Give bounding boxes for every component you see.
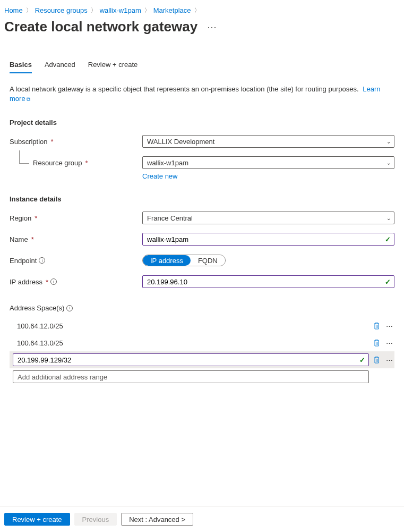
chevron-right-icon: 〉 [194, 6, 200, 14]
chevron-down-icon: ⌄ [386, 160, 391, 166]
endpoint-fqdn-option[interactable]: FQDN [191, 255, 225, 266]
endpoint-ip-option[interactable]: IP address [143, 255, 191, 266]
endpoint-toggle: IP address FQDN [142, 255, 226, 266]
ip-address-label: IP address* i [10, 278, 142, 286]
address-space-value: 100.64.13.0/25 [10, 334, 369, 351]
info-icon[interactable]: i [50, 278, 57, 285]
tab-advanced[interactable]: Advanced [45, 58, 75, 73]
address-space-input[interactable] [16, 356, 356, 365]
tabs: Basics Advanced Review + create [0, 35, 404, 73]
footer: Review + create Previous Next : Advanced… [0, 506, 404, 532]
info-icon[interactable]: i [39, 257, 45, 264]
delete-icon[interactable] [371, 337, 382, 348]
address-space-row-add [10, 368, 394, 385]
chevron-right-icon: 〉 [26, 6, 32, 14]
ip-address-input[interactable] [147, 276, 381, 288]
breadcrumb-link[interactable]: wallix-w1pam [100, 6, 141, 14]
intro-text: A local network gateway is a specific ob… [10, 85, 394, 104]
address-space-row-editing: ✓ ⋯ [10, 351, 394, 368]
chevron-down-icon: ⌄ [386, 215, 391, 221]
more-icon[interactable]: ⋯ [384, 354, 394, 365]
chevron-right-icon: 〉 [91, 6, 97, 14]
address-space-value: 100.64.12.0/25 [10, 317, 369, 334]
section-project-details: Project details [10, 119, 394, 126]
next-button[interactable]: Next : Advanced > [121, 513, 193, 526]
checkmark-icon: ✓ [359, 356, 365, 364]
ip-address-input-wrap: ✓ [142, 275, 394, 288]
resource-group-select[interactable]: wallix-w1pam ⌄ [142, 156, 394, 169]
delete-icon[interactable] [371, 354, 382, 365]
name-input-wrap: ✓ [142, 233, 394, 246]
address-space-input-wrap: ✓ [13, 353, 369, 366]
more-actions-button[interactable]: ⋯ [205, 21, 219, 33]
chevron-right-icon: 〉 [144, 6, 150, 14]
subscription-label: Subscription* [10, 138, 142, 146]
more-icon[interactable]: ⋯ [384, 337, 394, 348]
address-space-row: 100.64.12.0/25 ⋯ [10, 317, 394, 334]
subscription-select[interactable]: WALLIX Development ⌄ [142, 135, 394, 148]
address-space-add-wrap [13, 370, 369, 383]
address-spaces-label: Address Space(s) i [10, 304, 394, 312]
chevron-down-icon: ⌄ [386, 139, 391, 145]
review-create-button[interactable]: Review + create [4, 513, 70, 526]
tab-review[interactable]: Review + create [88, 58, 138, 73]
checkmark-icon: ✓ [385, 278, 391, 286]
create-new-link[interactable]: Create new [142, 172, 177, 180]
region-label: Region* [10, 214, 142, 222]
previous-button: Previous [74, 513, 117, 526]
endpoint-label: Endpoint i [10, 257, 142, 265]
breadcrumb: Home 〉 Resource groups 〉 wallix-w1pam 〉 … [0, 0, 404, 16]
info-icon[interactable]: i [66, 305, 73, 311]
name-label: Name* [10, 235, 142, 243]
checkmark-icon: ✓ [385, 235, 391, 243]
section-instance-details: Instance details [10, 195, 394, 203]
resource-group-label: Resource group* [10, 159, 142, 167]
breadcrumb-link[interactable]: Resource groups [35, 6, 88, 14]
tab-basics[interactable]: Basics [10, 58, 32, 73]
page-title: Create local network gateway [4, 19, 197, 35]
delete-icon[interactable] [371, 320, 382, 331]
external-link-icon: ⧉ [27, 96, 30, 102]
address-space-row: 100.64.13.0/25 ⋯ [10, 334, 394, 351]
address-space-add-input[interactable] [16, 373, 365, 382]
breadcrumb-link[interactable]: Marketplace [153, 6, 191, 14]
name-input[interactable] [147, 233, 381, 245]
region-select[interactable]: France Central ⌄ [142, 212, 394, 224]
breadcrumb-link[interactable]: Home [4, 6, 23, 14]
more-icon[interactable]: ⋯ [384, 320, 394, 331]
